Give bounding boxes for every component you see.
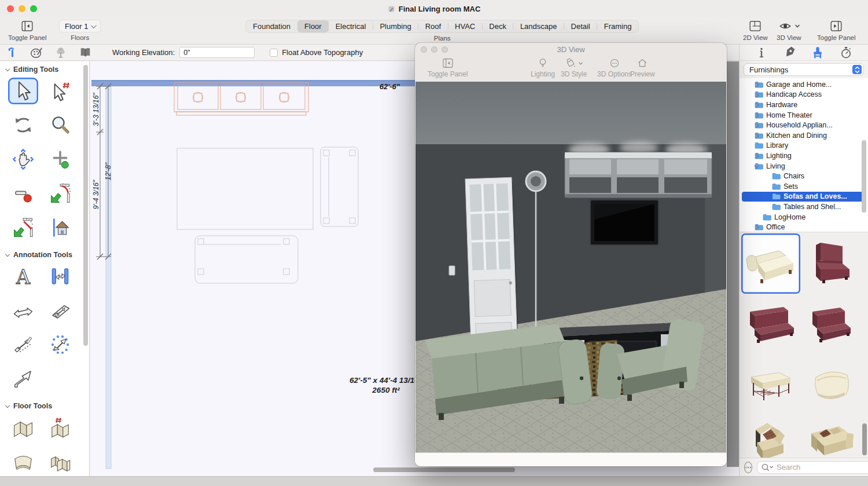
materials-button[interactable] bbox=[24, 46, 49, 59]
thumb-loveseat-tan-pillows[interactable] bbox=[801, 416, 860, 458]
wall-elevation-tool[interactable] bbox=[45, 214, 75, 241]
plan-sofa-outline[interactable] bbox=[195, 236, 298, 283]
3d-preview-button[interactable]: Preview bbox=[630, 57, 655, 78]
tree-item-sofas-selected[interactable]: Sofas and Loves... bbox=[742, 192, 866, 202]
tab-floor[interactable]: Floor bbox=[297, 20, 329, 32]
tree-item-garage[interactable]: Garage and Home... bbox=[740, 79, 868, 90]
search-input[interactable] bbox=[777, 463, 868, 472]
tree-item-sets[interactable]: Sets bbox=[740, 181, 868, 192]
tree-item-home-theater[interactable]: Home Theater bbox=[740, 110, 868, 120]
tab-landscape[interactable]: Landscape bbox=[513, 20, 564, 32]
tab-foundation[interactable]: Foundation bbox=[246, 20, 297, 32]
text-tool[interactable]: A bbox=[8, 263, 38, 290]
pan-tool[interactable] bbox=[8, 146, 38, 173]
pan-hand-icon bbox=[12, 148, 34, 170]
tab-hvac[interactable]: HVAC bbox=[448, 20, 482, 32]
thumb-armchair-maroon[interactable] bbox=[801, 233, 860, 294]
editing-tools-title: Editing Tools bbox=[13, 65, 58, 74]
custom-dimension-tool[interactable] bbox=[8, 331, 38, 358]
label-pen-icon[interactable] bbox=[782, 46, 796, 60]
thumb-chaise-lounge-cream[interactable] bbox=[741, 233, 800, 294]
3d-lighting-button[interactable]: Lighting bbox=[531, 57, 555, 78]
thumb-ottoman-cube-cream[interactable] bbox=[801, 355, 860, 415]
3d-style-button[interactable]: 3D Style bbox=[561, 57, 587, 78]
info-icon[interactable] bbox=[755, 46, 768, 60]
rotate-tool[interactable] bbox=[8, 112, 38, 138]
tool-panel-scrollbar[interactable] bbox=[83, 65, 88, 346]
add-point-tool[interactable] bbox=[45, 146, 75, 173]
floor-selector-dropdown[interactable]: Floor 1 bbox=[59, 20, 101, 32]
3d-window-zoom-button[interactable] bbox=[442, 46, 448, 53]
plan-loveseat-outline[interactable] bbox=[321, 147, 358, 226]
dimension-line-tool[interactable] bbox=[8, 297, 38, 324]
section-chevron-icon bbox=[5, 67, 10, 71]
3d-view-titlebar[interactable]: 3D View bbox=[415, 43, 727, 56]
annotation-tools-header[interactable]: Annotation Tools bbox=[0, 247, 89, 261]
schedule-clock-icon[interactable] bbox=[839, 46, 853, 60]
2d-view-button[interactable]: 2D View bbox=[743, 20, 768, 41]
3d-view-eye-icon bbox=[778, 20, 793, 32]
arrow-tool[interactable] bbox=[8, 366, 38, 392]
fillet-corner-tool[interactable] bbox=[45, 180, 75, 207]
thumb-armchair-tan-pillow[interactable] bbox=[741, 416, 800, 458]
delete-point-tool[interactable] bbox=[8, 180, 38, 207]
landscape-button[interactable] bbox=[49, 46, 73, 59]
canvas-horizontal-scrollbar[interactable] bbox=[373, 467, 515, 472]
2d-view-icon bbox=[748, 20, 762, 32]
tree-item-household[interactable]: Household Applian... bbox=[740, 120, 868, 130]
floor-tools-header[interactable]: Floor Tools bbox=[0, 398, 89, 412]
tab-plumbing[interactable]: Plumbing bbox=[373, 20, 418, 32]
library-category-select[interactable]: Furnishings bbox=[744, 63, 864, 76]
3d-options-button[interactable]: 3D Options bbox=[597, 57, 632, 78]
tab-electrical[interactable]: Electrical bbox=[329, 20, 373, 32]
tree-item-office[interactable]: Office bbox=[740, 222, 868, 232]
tree-item-loghome[interactable]: LogHome bbox=[740, 212, 868, 222]
working-elevation-input[interactable] bbox=[179, 47, 255, 58]
tab-roof[interactable]: Roof bbox=[418, 20, 448, 32]
tree-scrollbar[interactable] bbox=[862, 140, 866, 213]
3d-window-minimize-button[interactable] bbox=[431, 46, 437, 53]
toggle-panel-right-button[interactable]: Toggle Panel bbox=[817, 20, 856, 41]
resize-dimension-tool[interactable] bbox=[45, 331, 75, 358]
angular-dimension-tool[interactable] bbox=[45, 297, 75, 324]
thumb-bench-ottoman-cream[interactable] bbox=[741, 355, 800, 415]
chamfer-corner-tool[interactable] bbox=[8, 214, 38, 241]
thumb-sofa-maroon[interactable] bbox=[741, 294, 800, 355]
floor-by-number-tool[interactable] bbox=[45, 414, 75, 441]
3d-view-button[interactable]: 3D View bbox=[777, 20, 801, 41]
editing-tools-header[interactable]: Editing Tools bbox=[0, 61, 89, 75]
select-tool[interactable] bbox=[8, 78, 38, 104]
library-book-button[interactable] bbox=[73, 47, 97, 58]
3d-view-window[interactable]: 3D View Toggle Panel Lighting 3D Style 3… bbox=[415, 43, 727, 466]
3d-window-close-button[interactable] bbox=[421, 46, 427, 53]
curved-floor-tool[interactable] bbox=[8, 448, 38, 475]
build-tools-button[interactable] bbox=[0, 46, 24, 59]
dimension-tool[interactable] bbox=[45, 263, 75, 290]
tab-framing[interactable]: Framing bbox=[597, 20, 639, 32]
float-above-topography-checkbox[interactable] bbox=[270, 49, 278, 57]
tree-item-chairs[interactable]: Chairs bbox=[740, 171, 868, 181]
library-search-field[interactable] bbox=[757, 461, 868, 474]
tab-detail[interactable]: Detail bbox=[564, 20, 597, 32]
more-options-button[interactable] bbox=[744, 462, 752, 473]
furnishings-chair-icon[interactable] bbox=[811, 46, 825, 60]
3d-toggle-panel-button[interactable]: Toggle Panel bbox=[428, 57, 468, 78]
tree-item-handicap[interactable]: Handicap Access bbox=[740, 90, 868, 100]
tab-deck[interactable]: Deck bbox=[482, 20, 513, 32]
plan-cabinets-outline[interactable] bbox=[174, 83, 308, 115]
thumb-loveseat-maroon[interactable] bbox=[801, 294, 860, 355]
tree-item-living[interactable]: Living bbox=[740, 161, 868, 171]
split-floor-tool[interactable] bbox=[45, 448, 75, 475]
3d-render-viewport[interactable] bbox=[415, 82, 726, 452]
plan-rug-outline[interactable] bbox=[177, 148, 313, 229]
floor-tool[interactable] bbox=[8, 414, 38, 441]
tree-item-hardware[interactable]: Hardware bbox=[740, 100, 868, 110]
tree-item-tables[interactable]: Tables and Shel... bbox=[740, 202, 868, 212]
select-by-number-tool[interactable] bbox=[45, 78, 75, 104]
tree-item-library[interactable]: Library bbox=[740, 141, 868, 151]
tree-item-lighting[interactable]: Lighting bbox=[740, 151, 868, 161]
tree-item-kitchen[interactable]: Kitchen and Dining bbox=[740, 130, 868, 141]
toggle-panel-left-button[interactable]: Toggle Panel bbox=[8, 20, 47, 41]
thumbnail-grid-scrollbar[interactable] bbox=[862, 423, 867, 455]
zoom-tool[interactable] bbox=[45, 112, 75, 138]
